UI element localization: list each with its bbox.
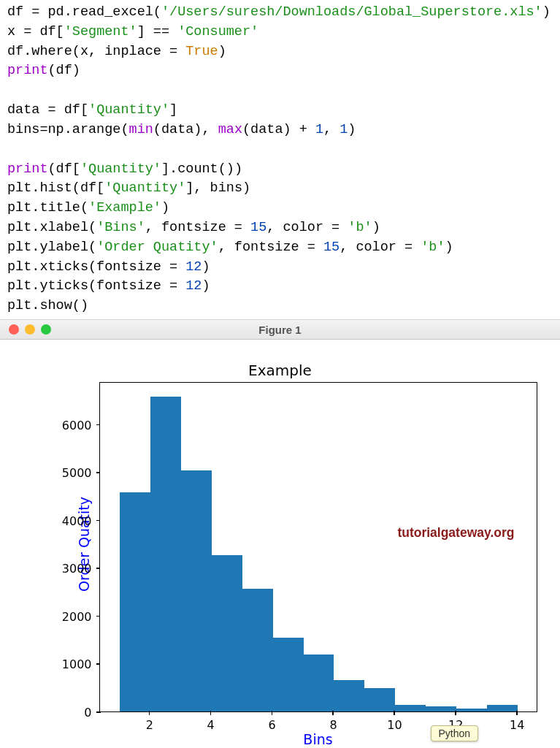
code-line: x = df['Segment'] == 'Consumer' bbox=[7, 24, 258, 39]
code-line: df = pd.read_excel('/Users/suresh/Downlo… bbox=[7, 4, 551, 20]
code-line: plt.title('Example') bbox=[7, 200, 169, 215]
plot-area: tutorialgateway.org bbox=[99, 382, 537, 712]
histogram-bar bbox=[334, 680, 364, 711]
code-line: print(df) bbox=[7, 63, 80, 78]
histogram-bar bbox=[212, 555, 242, 711]
tooltip: Python bbox=[431, 725, 479, 741]
histogram-bar bbox=[364, 688, 395, 711]
x-tick-mark bbox=[272, 711, 273, 715]
chart-title: Example bbox=[18, 362, 543, 379]
x-tick-label: 10 bbox=[387, 718, 402, 732]
x-tick-label: 4 bbox=[207, 718, 215, 732]
code-line: plt.hist(df['Quantity'], bins) bbox=[7, 180, 250, 196]
x-tick-label: 6 bbox=[268, 718, 275, 732]
y-ticks: 0100020003000400050006000 bbox=[18, 382, 99, 712]
code-line: bins=np.arange(min(data), max(data) + 1,… bbox=[7, 122, 356, 137]
code-line: print(df['Quantity'].count()) bbox=[7, 161, 242, 177]
window-title: Figure 1 bbox=[0, 324, 560, 336]
figure-area: Example Order Quatity 010002000300040005… bbox=[0, 340, 560, 748]
histogram-bars bbox=[100, 383, 537, 711]
x-tick-mark bbox=[149, 711, 150, 715]
y-tick-label: 3000 bbox=[62, 562, 92, 576]
chart: Example Order Quatity 010002000300040005… bbox=[18, 362, 543, 748]
histogram-bar bbox=[273, 638, 304, 711]
histogram-bar bbox=[395, 705, 426, 711]
code-line: plt.xticks(fontsize = 12) bbox=[7, 259, 210, 275]
code-line bbox=[7, 83, 15, 98]
code-block: df = pd.read_excel('/Users/suresh/Downlo… bbox=[0, 0, 560, 319]
y-tick-label: 2000 bbox=[62, 609, 92, 623]
x-tick-label: 14 bbox=[510, 718, 524, 732]
y-tick-label: 5000 bbox=[62, 466, 92, 480]
code-line: df.where(x, inplace = True) bbox=[7, 44, 226, 59]
y-tick-label: 6000 bbox=[62, 418, 92, 432]
window-titlebar: Figure 1 bbox=[0, 319, 560, 340]
x-tick-label: 8 bbox=[329, 718, 337, 732]
histogram-bar bbox=[487, 705, 518, 711]
histogram-bar bbox=[426, 706, 456, 711]
code-line bbox=[7, 142, 15, 157]
x-tick-mark bbox=[332, 711, 334, 715]
code-line: plt.xlabel('Bins', fontsize = 15, color … bbox=[7, 220, 380, 235]
histogram-bar bbox=[120, 492, 150, 711]
x-tick-mark bbox=[516, 711, 518, 715]
x-tick-mark bbox=[394, 711, 395, 715]
code-line: data = df['Quantity'] bbox=[7, 102, 177, 118]
code-line: plt.yticks(fontsize = 12) bbox=[7, 278, 210, 294]
histogram-bar bbox=[456, 709, 487, 711]
code-line: plt.show() bbox=[7, 298, 88, 313]
histogram-bar bbox=[181, 470, 212, 711]
watermark: tutorialgateway.org bbox=[397, 525, 514, 541]
x-tick-mark bbox=[455, 711, 456, 715]
histogram-bar bbox=[242, 589, 273, 711]
y-tick-label: 0 bbox=[84, 706, 91, 720]
x-tick-label: 2 bbox=[146, 718, 153, 732]
y-tick-label: 1000 bbox=[62, 657, 92, 671]
y-tick-label: 4000 bbox=[62, 514, 92, 527]
x-tick-mark bbox=[210, 711, 212, 715]
histogram-bar bbox=[304, 654, 334, 711]
code-line: plt.ylabel('Order Quatity', fontsize = 1… bbox=[7, 240, 453, 255]
histogram-bar bbox=[150, 397, 181, 711]
